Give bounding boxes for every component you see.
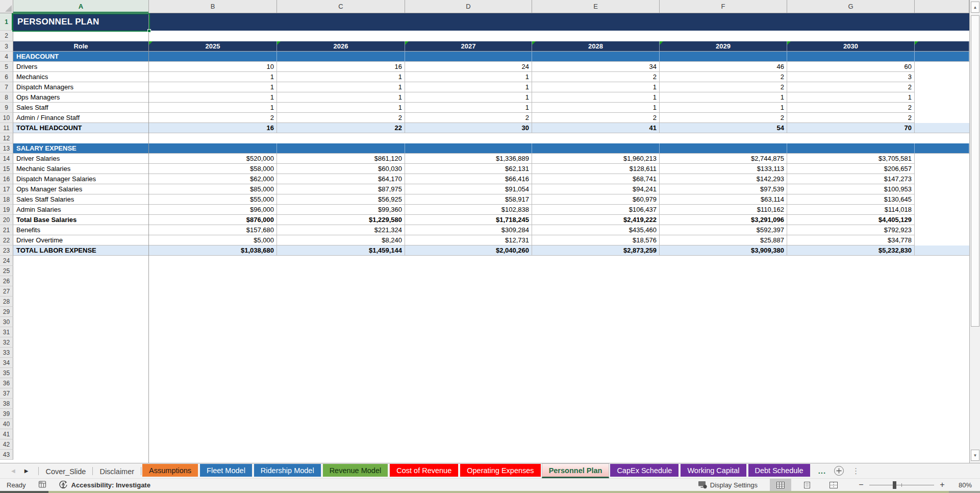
section-fill-cell[interactable] [405,143,532,154]
tab-nav-left-icon[interactable]: ◀ [11,469,15,474]
value-cell[interactable]: $1,229,580 [277,215,405,225]
zoom-slider-track[interactable] [869,485,934,485]
year-header-cell[interactable]: 2026 [277,41,405,52]
row-label-cell[interactable]: TOTAL LABOR EXPENSE [13,245,149,256]
row-header-25[interactable]: 25 [0,266,13,276]
empty-cells[interactable] [13,348,969,358]
value-cell[interactable]: 2 [787,113,915,123]
value-cell[interactable]: $66,416 [405,174,532,184]
value-cell[interactable]: 1 [660,103,787,113]
row-header-19[interactable]: 19 [0,205,13,215]
row-header-2[interactable]: 2 [0,31,13,41]
value-cell[interactable]: 34 [532,62,660,72]
value-cell[interactable]: $56,925 [277,194,405,205]
row-header-13[interactable]: 13 [0,143,13,154]
value-cell[interactable]: $25,887 [660,235,787,245]
sheet-tab-debt-schedule[interactable]: Debt Schedule [748,464,810,477]
value-cell[interactable]: 1 [405,82,532,92]
select-all-button[interactable] [0,0,13,13]
header-fill-cell[interactable] [915,41,969,52]
empty-cells[interactable] [13,256,969,266]
value-cell[interactable]: $58,917 [405,194,532,205]
row-header-37[interactable]: 37 [0,388,13,399]
row-header-16[interactable]: 16 [0,174,13,184]
row-header-18[interactable]: 18 [0,194,13,205]
zoom-slider-thumb[interactable] [893,481,896,489]
filler-cell[interactable] [915,205,969,215]
empty-cells[interactable] [13,399,969,409]
value-cell[interactable]: $85,000 [149,184,277,194]
year-header-cell[interactable]: 2027 [405,41,532,52]
row-label-cell[interactable]: Admin / Finance Staff [13,113,149,123]
value-cell[interactable]: 2 [532,113,660,123]
section-fill-cell[interactable] [405,52,532,62]
filler-cell[interactable] [915,245,969,256]
value-cell[interactable]: 16 [149,123,277,133]
vertical-scrollbar[interactable]: ▲ ▼ [969,0,980,463]
value-cell[interactable]: $1,459,144 [277,245,405,256]
row-header-20[interactable]: 20 [0,215,13,225]
value-cell[interactable]: $87,975 [277,184,405,194]
value-cell[interactable]: $60,030 [277,164,405,174]
value-cell[interactable]: $1,718,245 [405,215,532,225]
row-header-8[interactable]: 8 [0,92,13,103]
filler-cell[interactable] [915,72,969,82]
row-header-6[interactable]: 6 [0,72,13,82]
row-label-cell[interactable]: Ops Managers [13,92,149,103]
value-cell[interactable]: $55,000 [149,194,277,205]
value-cell[interactable]: 30 [405,123,532,133]
filler-cell[interactable] [915,225,969,235]
row-header-26[interactable]: 26 [0,276,13,286]
tab-nav-right-icon[interactable]: ▶ [24,469,29,474]
value-cell[interactable]: 1 [405,72,532,82]
page-break-preview-button[interactable] [823,479,844,491]
empty-cells[interactable] [13,327,969,337]
value-cell[interactable]: 1 [277,92,405,103]
value-cell[interactable]: $63,114 [660,194,787,205]
sheet-tab-revenue-model[interactable]: Revenue Model [323,464,388,477]
value-cell[interactable]: $435,460 [532,225,660,235]
value-cell[interactable]: $133,113 [660,164,787,174]
value-cell[interactable]: $12,731 [405,235,532,245]
year-header-cell[interactable]: 2029 [660,41,787,52]
value-cell[interactable]: $5,232,830 [787,245,915,256]
row-header-9[interactable]: 9 [0,103,13,113]
section-fill-cell[interactable] [787,52,915,62]
value-cell[interactable]: 2 [149,113,277,123]
row-header-10[interactable]: 10 [0,113,13,123]
page-layout-view-button[interactable] [796,479,818,491]
sheet-grid[interactable]: 1PERSONNEL PLAN23Role2025202620272028202… [0,13,969,463]
value-cell[interactable]: 1 [277,72,405,82]
value-cell[interactable]: $18,576 [532,235,660,245]
row-header-41[interactable]: 41 [0,429,13,439]
value-cell[interactable]: 1 [149,92,277,103]
value-cell[interactable]: $8,240 [277,235,405,245]
value-cell[interactable]: $2,419,222 [532,215,660,225]
sheet-tab-working-capital[interactable]: Working Capital [681,464,746,477]
row-header-22[interactable]: 22 [0,235,13,245]
zoom-level[interactable]: 80% [959,481,972,489]
zoom-in-button[interactable]: + [939,480,946,489]
new-sheet-button[interactable] [834,466,844,476]
value-cell[interactable]: $99,360 [277,205,405,215]
row-label-cell[interactable]: Driver Salaries [13,154,149,164]
row-header-4[interactable]: 4 [0,52,13,62]
value-cell[interactable]: 16 [277,62,405,72]
filler-cell[interactable] [915,123,969,133]
row-label-cell[interactable]: Driver Overtime [13,235,149,245]
row-label-cell[interactable]: Dispatch Managers [13,82,149,92]
row-header-24[interactable]: 24 [0,256,13,266]
value-cell[interactable]: 1 [532,82,660,92]
row-header-12[interactable]: 12 [0,133,13,143]
row-header-15[interactable]: 15 [0,164,13,174]
value-cell[interactable]: 2 [277,113,405,123]
empty-cells[interactable] [13,429,969,439]
column-header-partial[interactable] [915,0,969,13]
empty-cells[interactable] [13,307,969,317]
filler-cell[interactable] [915,154,969,164]
value-cell[interactable]: $3,291,096 [660,215,787,225]
row-header-23[interactable]: 23 [0,245,13,256]
accessibility-status[interactable]: Accessibility: Investigate [59,481,150,489]
filler-cell[interactable] [915,184,969,194]
section-fill-cell[interactable] [149,143,277,154]
